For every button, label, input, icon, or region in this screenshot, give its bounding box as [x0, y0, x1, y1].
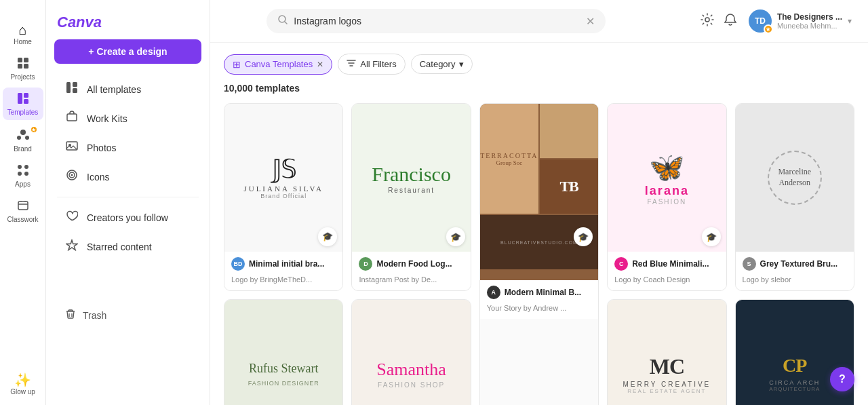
svg-rect-0 — [18, 58, 22, 62]
svg-rect-5 — [24, 93, 28, 98]
card-title: Modern Minimal B... — [505, 288, 581, 297]
template-card[interactable]: Samantha FASHION SHOP 🎓 A Beige Feminine… — [351, 299, 471, 405]
templates-grid: 𝕁𝕊 JULIANA SILVA Brand Official 🎓 BD Min… — [224, 103, 854, 405]
template-card[interactable]: MC MERRY CREATIVE REAL ESTATE AGENT C El… — [607, 299, 726, 405]
svg-point-8 — [17, 136, 21, 140]
settings-icon[interactable] — [700, 12, 715, 31]
brand-badge: ★ — [30, 126, 38, 134]
svg-rect-18 — [67, 114, 77, 121]
nav-item-starred[interactable]: Starred content — [52, 232, 204, 261]
author-avatar: BD — [231, 257, 245, 271]
icons-icon — [65, 169, 79, 185]
nav-item-all-templates[interactable]: All templates — [52, 75, 204, 104]
template-preview: 🦋 larana FASHION 🎓 — [608, 104, 726, 252]
template-card[interactable]: Francisco Restaurant 🎓 D Modern Food Log… — [351, 103, 471, 291]
template-card[interactable]: MarcelineAnderson S Grey Textured Bru...… — [735, 103, 854, 291]
svg-rect-6 — [24, 99, 28, 104]
svg-rect-3 — [24, 64, 28, 69]
sidebar-item-apps[interactable]: Apps — [3, 159, 43, 192]
svg-rect-17 — [73, 88, 77, 93]
canva-templates-chip[interactable]: ⊞ Canva Templates ✕ — [224, 54, 332, 75]
template-badge: 🎓 — [318, 227, 337, 246]
author-avatar: C — [614, 257, 628, 271]
card-sub: Your Story by Andrew ... — [487, 304, 567, 312]
trash-item[interactable]: Trash — [52, 302, 204, 328]
card-info: BD Minimal initial bra... Logo by BringM… — [224, 252, 342, 290]
starred-icon — [65, 239, 79, 254]
remove-chip-button[interactable]: ✕ — [317, 60, 323, 69]
nav-item-starred-label: Starred content — [87, 242, 152, 252]
template-preview: Samantha FASHION SHOP 🎓 — [352, 300, 470, 405]
nav-item-icons[interactable]: Icons — [52, 162, 204, 191]
category-dropdown[interactable]: Category ▾ — [411, 54, 473, 74]
sidebar-item-glowup-label: Glow up — [10, 388, 35, 396]
template-preview: MarcelineAnderson — [736, 104, 854, 252]
nav-sidebar: Canva + Create a design All templates Wo… — [46, 0, 210, 405]
card-title: Minimal initial bra... — [249, 259, 324, 269]
template-preview: Francisco Restaurant 🎓 — [352, 104, 470, 252]
svg-rect-4 — [18, 93, 22, 104]
template-card[interactable]: 𝕁𝕊 JULIANA SILVA Brand Official 🎓 BD Min… — [224, 103, 343, 291]
home-icon: ⌂ — [18, 23, 26, 37]
card-sub: Logo by Coach Design — [614, 275, 690, 284]
all-filters-label: All Filters — [360, 59, 396, 69]
sidebar-item-glowup[interactable]: ✨ Glow up — [3, 369, 43, 400]
nav-item-photos-label: Photos — [87, 142, 117, 153]
nav-item-all-templates-label: All templates — [87, 84, 141, 95]
count-span: 10,000 templates — [224, 83, 300, 94]
svg-point-23 — [71, 174, 73, 176]
sidebar-item-brand[interactable]: Brand ★ — [3, 123, 43, 157]
sidebar-item-home[interactable]: ⌂ Home — [3, 19, 43, 50]
template-preview: 𝕁𝕊 JULIANA SILVA Brand Official 🎓 — [224, 104, 342, 252]
photos-icon — [65, 140, 79, 155]
nav-item-icons-label: Icons — [87, 172, 109, 182]
template-card[interactable]: TERRACOTTA Group Soc TB BLUCREATIVESTUDI… — [479, 103, 599, 405]
create-design-button[interactable]: + Create a design — [54, 39, 201, 64]
search-clear-button[interactable]: ✕ — [586, 15, 595, 28]
template-card[interactable]: Rufus Stewart FASHION DESIGNER S White G… — [224, 299, 343, 405]
svg-point-12 — [18, 172, 22, 176]
nav-item-creators-follow[interactable]: Creators you follow — [52, 203, 204, 232]
card-title: Modern Food Log... — [376, 259, 452, 269]
sidebar-item-classwork[interactable]: Classwork — [3, 195, 43, 227]
help-button[interactable]: ? — [830, 367, 854, 391]
classwork-icon — [16, 199, 30, 214]
all-templates-icon — [65, 81, 79, 97]
card-info: D Modern Food Log... Instagram Post by D… — [352, 252, 470, 290]
template-card[interactable]: 🦋 larana FASHION 🎓 C Red Blue Minimali..… — [607, 103, 726, 291]
search-icon — [277, 14, 288, 28]
template-preview: Rufus Stewart FASHION DESIGNER — [224, 300, 342, 405]
search-bar-container[interactable]: ✕ — [267, 9, 606, 33]
card-sub: Logo by BringMeTheD... — [231, 275, 312, 284]
card-info: A Modern Minimal B... Your Story by Andr… — [480, 280, 598, 319]
card-sub: Instagram Post by De... — [359, 275, 437, 284]
template-badge: 🎓 — [574, 227, 593, 246]
result-count: 10,000 templates — [224, 83, 854, 94]
svg-point-13 — [24, 172, 28, 176]
user-avatar-button[interactable]: TD ★ The Designers ... Muneeba Mehm... ▾ — [746, 7, 854, 35]
canva-templates-chip-label: Canva Templates — [245, 59, 313, 69]
svg-point-11 — [24, 165, 28, 169]
creators-follow-icon — [65, 210, 79, 225]
card-title: Red Blue Minimali... — [632, 259, 709, 269]
search-input[interactable] — [294, 16, 580, 26]
sidebar-item-home-label: Home — [14, 38, 32, 45]
nav-item-creators-follow-label: Creators you follow — [87, 212, 168, 223]
template-badge: 🎓 — [446, 227, 465, 246]
notifications-icon[interactable] — [723, 12, 738, 31]
all-filters-button[interactable]: All Filters — [338, 54, 405, 75]
svg-point-7 — [20, 130, 26, 135]
template-chip-icon: ⊞ — [233, 59, 241, 70]
filter-icon — [347, 58, 356, 70]
card-info: C Red Blue Minimali... Logo by Coach Des… — [608, 252, 726, 290]
filter-bar: ⊞ Canva Templates ✕ All Filters Category… — [224, 54, 854, 75]
nav-item-photos[interactable]: Photos — [52, 133, 204, 162]
template-badge: 🎓 — [702, 227, 721, 246]
nav-item-work-kits[interactable]: Work Kits — [52, 104, 204, 133]
templates-icon — [16, 92, 30, 107]
template-preview: TERRACOTTA Group Soc TB BLUCREATIVESTUDI… — [480, 104, 598, 280]
main-content: ✕ TD ★ The Designers ... Muneeba Mehm...… — [210, 0, 868, 405]
sidebar-item-templates[interactable]: Templates — [3, 88, 43, 120]
svg-rect-15 — [66, 82, 71, 93]
sidebar-item-projects[interactable]: Projects — [3, 52, 43, 85]
